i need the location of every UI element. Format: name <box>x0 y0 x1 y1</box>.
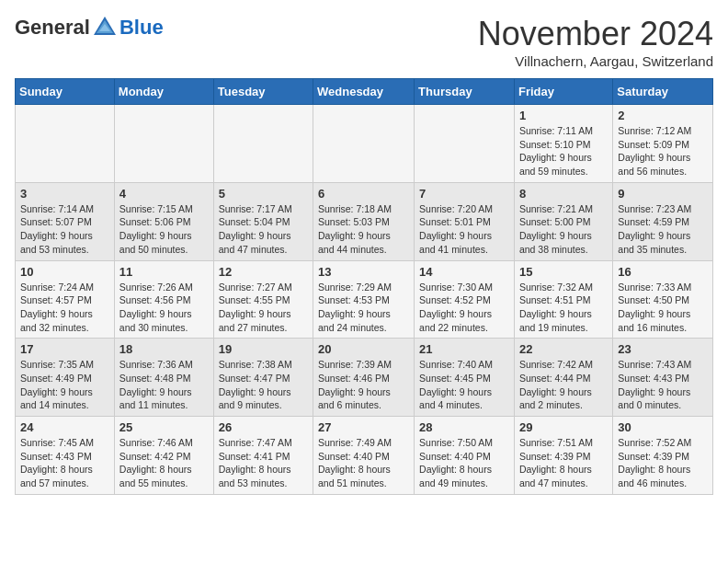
calendar-cell: 22Sunrise: 7:42 AM Sunset: 4:44 PM Dayli… <box>514 339 612 417</box>
day-info: Sunrise: 7:36 AM Sunset: 4:48 PM Dayligh… <box>119 358 209 412</box>
day-info: Sunrise: 7:24 AM Sunset: 4:57 PM Dayligh… <box>20 281 109 335</box>
weekday-header-cell: Friday <box>514 79 612 105</box>
calendar-cell: 29Sunrise: 7:51 AM Sunset: 4:39 PM Dayli… <box>514 417 612 495</box>
page-header: General Blue November 2024 Villnachern, … <box>15 15 713 69</box>
day-number: 1 <box>519 109 608 122</box>
day-info: Sunrise: 7:18 AM Sunset: 5:03 PM Dayligh… <box>318 202 409 257</box>
day-number: 6 <box>318 187 409 201</box>
day-info: Sunrise: 7:35 AM Sunset: 4:49 PM Dayligh… <box>20 358 109 412</box>
calendar-cell <box>114 105 213 183</box>
calendar-cell: 2Sunrise: 7:12 AM Sunset: 5:09 PM Daylig… <box>613 105 713 183</box>
calendar-cell: 12Sunrise: 7:27 AM Sunset: 4:55 PM Dayli… <box>213 260 313 339</box>
weekday-header-cell: Monday <box>114 79 213 105</box>
day-info: Sunrise: 7:40 AM Sunset: 4:45 PM Dayligh… <box>419 358 509 412</box>
day-number: 20 <box>318 342 409 356</box>
day-number: 7 <box>419 187 509 201</box>
calendar-cell: 11Sunrise: 7:26 AM Sunset: 4:56 PM Dayli… <box>114 260 213 339</box>
day-number: 26 <box>219 420 308 434</box>
day-number: 18 <box>119 342 209 356</box>
calendar-cell: 14Sunrise: 7:30 AM Sunset: 4:52 PM Dayli… <box>415 260 515 339</box>
day-info: Sunrise: 7:39 AM Sunset: 4:46 PM Dayligh… <box>318 358 409 412</box>
day-info: Sunrise: 7:42 AM Sunset: 4:44 PM Dayligh… <box>519 358 608 412</box>
calendar-cell: 21Sunrise: 7:40 AM Sunset: 4:45 PM Dayli… <box>415 339 515 417</box>
weekday-header-row: SundayMondayTuesdayWednesdayThursdayFrid… <box>16 79 713 105</box>
day-info: Sunrise: 7:38 AM Sunset: 4:47 PM Dayligh… <box>219 358 308 412</box>
calendar-cell <box>313 105 415 183</box>
day-info: Sunrise: 7:11 AM Sunset: 5:10 PM Dayligh… <box>519 124 608 178</box>
day-number: 19 <box>219 342 308 356</box>
calendar-week-row: 17Sunrise: 7:35 AM Sunset: 4:49 PM Dayli… <box>16 339 713 417</box>
day-number: 17 <box>20 342 109 356</box>
day-info: Sunrise: 7:47 AM Sunset: 4:41 PM Dayligh… <box>219 436 308 490</box>
day-info: Sunrise: 7:30 AM Sunset: 4:52 PM Dayligh… <box>419 281 509 335</box>
calendar-cell: 6Sunrise: 7:18 AM Sunset: 5:03 PM Daylig… <box>313 182 415 260</box>
calendar-cell: 28Sunrise: 7:50 AM Sunset: 4:40 PM Dayli… <box>415 417 515 495</box>
day-number: 3 <box>20 187 109 201</box>
day-info: Sunrise: 7:49 AM Sunset: 4:40 PM Dayligh… <box>318 436 409 490</box>
day-info: Sunrise: 7:27 AM Sunset: 4:55 PM Dayligh… <box>219 281 308 335</box>
day-number: 8 <box>519 187 608 201</box>
logo-general-text: General <box>15 16 90 40</box>
day-number: 11 <box>119 265 209 279</box>
day-number: 28 <box>419 420 509 434</box>
logo-blue-text: Blue <box>119 16 164 40</box>
day-number: 25 <box>119 420 209 434</box>
location: Villnachern, Aargau, Switzerland <box>478 53 713 69</box>
day-info: Sunrise: 7:20 AM Sunset: 5:01 PM Dayligh… <box>419 202 509 257</box>
day-info: Sunrise: 7:29 AM Sunset: 4:53 PM Dayligh… <box>318 281 409 335</box>
day-info: Sunrise: 7:50 AM Sunset: 4:40 PM Dayligh… <box>419 436 509 490</box>
month-title: November 2024 <box>478 15 713 53</box>
calendar-cell: 5Sunrise: 7:17 AM Sunset: 5:04 PM Daylig… <box>213 182 313 260</box>
day-info: Sunrise: 7:43 AM Sunset: 4:43 PM Dayligh… <box>618 358 708 412</box>
day-number: 16 <box>618 265 708 279</box>
weekday-header-cell: Tuesday <box>213 79 313 105</box>
calendar-cell: 20Sunrise: 7:39 AM Sunset: 4:46 PM Dayli… <box>313 339 415 417</box>
day-info: Sunrise: 7:33 AM Sunset: 4:50 PM Dayligh… <box>618 281 708 335</box>
day-info: Sunrise: 7:23 AM Sunset: 4:59 PM Dayligh… <box>618 202 708 257</box>
calendar-week-row: 10Sunrise: 7:24 AM Sunset: 4:57 PM Dayli… <box>16 260 713 339</box>
calendar-cell: 13Sunrise: 7:29 AM Sunset: 4:53 PM Dayli… <box>313 260 415 339</box>
day-info: Sunrise: 7:21 AM Sunset: 5:00 PM Dayligh… <box>519 202 608 257</box>
calendar-week-row: 1Sunrise: 7:11 AM Sunset: 5:10 PM Daylig… <box>16 105 713 183</box>
day-number: 5 <box>219 187 308 201</box>
calendar-cell: 23Sunrise: 7:43 AM Sunset: 4:43 PM Dayli… <box>613 339 713 417</box>
calendar-cell: 30Sunrise: 7:52 AM Sunset: 4:39 PM Dayli… <box>613 417 713 495</box>
calendar-cell: 1Sunrise: 7:11 AM Sunset: 5:10 PM Daylig… <box>514 105 612 183</box>
day-number: 4 <box>119 187 209 201</box>
calendar-body: 1Sunrise: 7:11 AM Sunset: 5:10 PM Daylig… <box>16 105 713 495</box>
day-info: Sunrise: 7:12 AM Sunset: 5:09 PM Dayligh… <box>618 124 708 178</box>
calendar-cell <box>415 105 515 183</box>
calendar-cell: 18Sunrise: 7:36 AM Sunset: 4:48 PM Dayli… <box>114 339 213 417</box>
day-info: Sunrise: 7:14 AM Sunset: 5:07 PM Dayligh… <box>20 202 109 257</box>
weekday-header-cell: Saturday <box>613 79 713 105</box>
calendar-cell: 19Sunrise: 7:38 AM Sunset: 4:47 PM Dayli… <box>213 339 313 417</box>
calendar-cell: 25Sunrise: 7:46 AM Sunset: 4:42 PM Dayli… <box>114 417 213 495</box>
calendar-cell: 10Sunrise: 7:24 AM Sunset: 4:57 PM Dayli… <box>16 260 115 339</box>
logo: General Blue <box>15 15 164 40</box>
calendar-cell: 8Sunrise: 7:21 AM Sunset: 5:00 PM Daylig… <box>514 182 612 260</box>
day-info: Sunrise: 7:51 AM Sunset: 4:39 PM Dayligh… <box>519 436 608 490</box>
day-number: 9 <box>618 187 708 201</box>
day-number: 13 <box>318 265 409 279</box>
calendar-cell: 3Sunrise: 7:14 AM Sunset: 5:07 PM Daylig… <box>16 182 115 260</box>
calendar-table: SundayMondayTuesdayWednesdayThursdayFrid… <box>15 78 713 495</box>
day-number: 27 <box>318 420 409 434</box>
weekday-header-cell: Thursday <box>415 79 515 105</box>
calendar-cell <box>213 105 313 183</box>
calendar-cell <box>16 105 115 183</box>
day-number: 14 <box>419 265 509 279</box>
day-number: 21 <box>419 342 509 356</box>
calendar-cell: 17Sunrise: 7:35 AM Sunset: 4:49 PM Dayli… <box>16 339 115 417</box>
calendar-cell: 7Sunrise: 7:20 AM Sunset: 5:01 PM Daylig… <box>415 182 515 260</box>
day-info: Sunrise: 7:52 AM Sunset: 4:39 PM Dayligh… <box>618 436 708 490</box>
calendar-cell: 9Sunrise: 7:23 AM Sunset: 4:59 PM Daylig… <box>613 182 713 260</box>
day-info: Sunrise: 7:15 AM Sunset: 5:06 PM Dayligh… <box>119 202 209 257</box>
day-info: Sunrise: 7:32 AM Sunset: 4:51 PM Dayligh… <box>519 281 608 335</box>
calendar-cell: 27Sunrise: 7:49 AM Sunset: 4:40 PM Dayli… <box>313 417 415 495</box>
day-number: 24 <box>20 420 109 434</box>
day-number: 30 <box>618 420 708 434</box>
calendar-cell: 24Sunrise: 7:45 AM Sunset: 4:43 PM Dayli… <box>16 417 115 495</box>
day-number: 22 <box>519 342 608 356</box>
day-number: 10 <box>20 265 109 279</box>
calendar-cell: 15Sunrise: 7:32 AM Sunset: 4:51 PM Dayli… <box>514 260 612 339</box>
